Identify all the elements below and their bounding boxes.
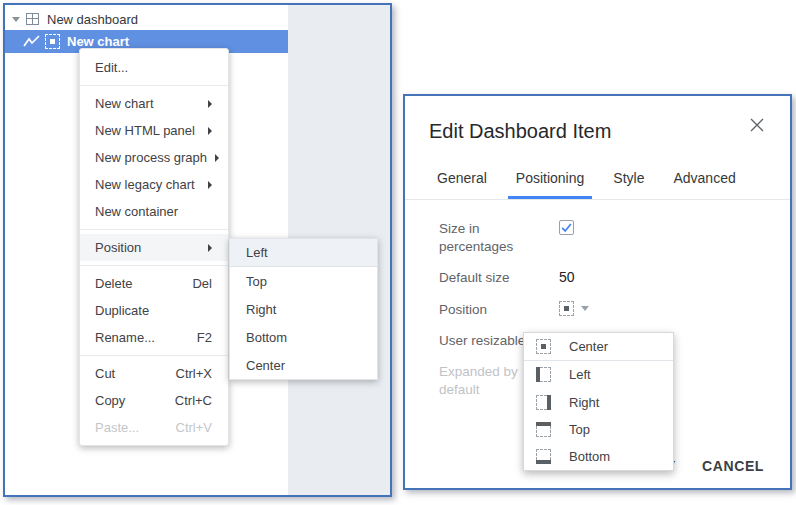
menu-separator bbox=[80, 229, 228, 230]
menu-separator bbox=[80, 355, 228, 356]
menu-separator bbox=[80, 85, 228, 86]
submenu-item-center[interactable]: Center bbox=[230, 351, 377, 379]
shortcut-label: Ctrl+X bbox=[176, 366, 212, 381]
submenu-arrow-icon bbox=[208, 100, 212, 108]
field-label: User resizable bbox=[439, 332, 527, 350]
tree-item-label: New chart bbox=[67, 34, 129, 49]
dropdown-option-label: Left bbox=[569, 367, 591, 382]
position-center-icon bbox=[45, 34, 60, 49]
chevron-down-icon bbox=[581, 306, 589, 311]
edit-dashboard-item-dialog: Edit Dashboard Item General Positioning … bbox=[403, 94, 792, 490]
field-label: Size in percentages bbox=[439, 220, 527, 256]
position-top-icon bbox=[536, 422, 551, 437]
dropdown-option-label: Top bbox=[569, 422, 590, 437]
menu-item-copy[interactable]: Copy Ctrl+C bbox=[80, 387, 228, 414]
tab-positioning[interactable]: Positioning bbox=[508, 157, 593, 199]
menu-item-paste: Paste... Ctrl+V bbox=[80, 414, 228, 441]
size-in-percentages-checkbox[interactable] bbox=[559, 220, 574, 235]
dropdown-option-label: Bottom bbox=[569, 449, 610, 464]
field-position: Position bbox=[439, 301, 766, 319]
shortcut-label: F2 bbox=[197, 330, 212, 345]
shortcut-label: Ctrl+C bbox=[175, 393, 212, 408]
shortcut-label: Del bbox=[192, 276, 212, 291]
shortcut-label: Ctrl+V bbox=[176, 420, 212, 435]
position-center-icon bbox=[536, 339, 551, 354]
chart-line-icon bbox=[23, 35, 41, 48]
position-center-icon bbox=[559, 301, 574, 316]
field-label: Position bbox=[439, 301, 527, 319]
tab-general[interactable]: General bbox=[429, 157, 495, 199]
close-x-icon[interactable] bbox=[744, 112, 770, 138]
cancel-button[interactable]: CANCEL bbox=[702, 458, 764, 474]
position-right-icon bbox=[536, 395, 551, 410]
submenu-item-right[interactable]: Right bbox=[230, 295, 377, 323]
dashboard-tree: New dashboard New chart bbox=[5, 5, 288, 53]
menu-item-delete[interactable]: Delete Del bbox=[80, 270, 228, 297]
menu-item-position[interactable]: Position bbox=[80, 234, 228, 261]
submenu-arrow-icon bbox=[208, 181, 212, 189]
field-label: Expanded by default bbox=[439, 363, 527, 399]
tree-item-new-dashboard[interactable]: New dashboard bbox=[5, 8, 288, 30]
tab-advanced[interactable]: Advanced bbox=[665, 157, 743, 199]
position-dropdown-menu: Center Left Right Top Bottom bbox=[523, 332, 674, 471]
dropdown-option-left[interactable]: Left bbox=[524, 361, 673, 388]
menu-item-cut[interactable]: Cut Ctrl+X bbox=[80, 360, 228, 387]
dropdown-option-label: Center bbox=[569, 339, 608, 354]
menu-item-duplicate[interactable]: Duplicate bbox=[80, 297, 228, 324]
menu-separator bbox=[80, 265, 228, 266]
menu-item-new-process-graph[interactable]: New process graph bbox=[80, 144, 228, 171]
dialog-tabs: General Positioning Style Advanced bbox=[405, 157, 790, 200]
desktop: New dashboard New chart Edit... New char… bbox=[0, 0, 796, 505]
field-label: Default size bbox=[439, 269, 527, 287]
submenu-item-left[interactable]: Left bbox=[230, 239, 377, 267]
tab-style[interactable]: Style bbox=[605, 157, 652, 199]
submenu-item-bottom[interactable]: Bottom bbox=[230, 323, 377, 351]
position-bottom-icon bbox=[536, 449, 551, 464]
submenu-arrow-icon bbox=[215, 154, 219, 162]
submenu-arrow-icon bbox=[208, 127, 212, 135]
default-size-value[interactable]: 50 bbox=[559, 269, 575, 285]
menu-item-rename[interactable]: Rename... F2 bbox=[80, 324, 228, 351]
dropdown-option-bottom[interactable]: Bottom bbox=[524, 443, 673, 470]
dialog-title: Edit Dashboard Item bbox=[429, 120, 766, 143]
dropdown-option-top[interactable]: Top bbox=[524, 416, 673, 443]
dialog-header: Edit Dashboard Item bbox=[405, 96, 790, 157]
menu-item-edit[interactable]: Edit... bbox=[80, 54, 228, 81]
submenu-arrow-icon bbox=[208, 244, 212, 252]
menu-item-new-chart[interactable]: New chart bbox=[80, 90, 228, 117]
field-default-size: Default size 50 bbox=[439, 269, 766, 287]
position-left-icon bbox=[536, 367, 551, 382]
tree-item-label: New dashboard bbox=[47, 12, 138, 27]
context-menu: Edit... New chart New HTML panel New pro… bbox=[79, 48, 229, 446]
dropdown-option-label: Right bbox=[569, 395, 599, 410]
field-size-in-percentages: Size in percentages bbox=[439, 220, 766, 256]
position-dropdown-trigger[interactable] bbox=[559, 301, 589, 316]
menu-item-new-legacy-chart[interactable]: New legacy chart bbox=[80, 171, 228, 198]
menu-item-new-container[interactable]: New container bbox=[80, 198, 228, 225]
dashboard-grid-icon bbox=[26, 13, 39, 25]
submenu-item-top[interactable]: Top bbox=[230, 267, 377, 295]
dropdown-option-center[interactable]: Center bbox=[524, 333, 673, 361]
dropdown-option-right[interactable]: Right bbox=[524, 388, 673, 415]
expander-down-icon[interactable] bbox=[12, 17, 20, 22]
position-submenu: Left Top Right Bottom Center bbox=[229, 238, 378, 380]
menu-item-new-html-panel[interactable]: New HTML panel bbox=[80, 117, 228, 144]
